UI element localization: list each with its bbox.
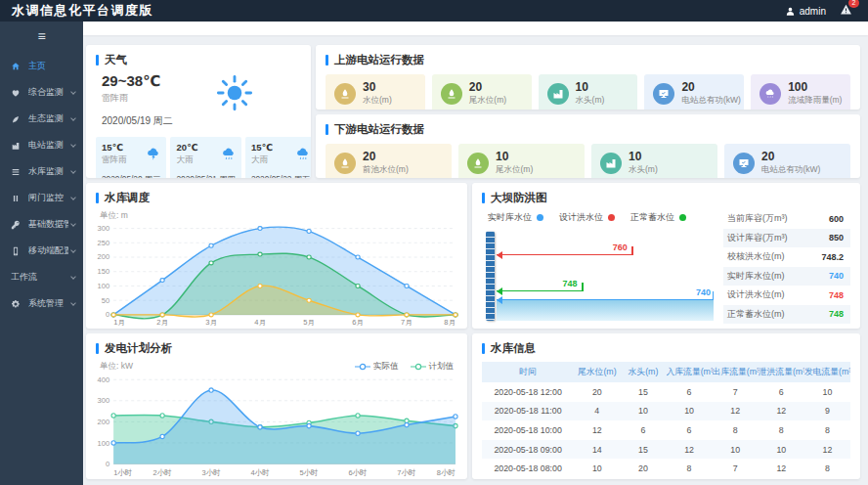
info-label: 校核洪水位(m) [727, 250, 785, 263]
svg-text:1月: 1月 [113, 318, 125, 327]
table-row[interactable]: 2020-05-18 10:001266888 [482, 420, 850, 440]
water-level-icon [334, 83, 356, 105]
temp-range: 29~38℃ [102, 72, 173, 90]
info-value: 748 [829, 309, 844, 319]
factory-icon [547, 83, 569, 105]
user-menu[interactable]: admin [785, 6, 826, 17]
table-row[interactable]: 2020-05-18 08:00102087128 [482, 459, 850, 478]
sidebar-item-label: 移动端配置 [28, 244, 68, 257]
water-level-icon [334, 153, 356, 174]
alarm-badge: 2 [848, 0, 859, 8]
sidebar-item-9[interactable]: 系统管理 [0, 290, 83, 317]
sidebar-item-2[interactable]: 生态监测 [0, 106, 83, 132]
sidebar-item-8[interactable]: 工作流 [0, 264, 83, 290]
table-row[interactable]: 2020-05-18 09:00141512101012 [482, 440, 850, 460]
table-cell: 2020-05-18 10:00 [482, 420, 574, 440]
table-cell: 8 [804, 459, 850, 478]
sidebar-item-1[interactable]: 综合监测 [0, 79, 83, 106]
alarm-button[interactable]: 2 [840, 2, 852, 20]
main-content: 天气 29~38℃ 雷阵雨 2020/05/19 周二 [83, 22, 868, 485]
downstream-cards: 20前池水位(m)10尾水位(m)10水头(m)20电站总有功(kW) [316, 141, 860, 179]
table-cell: 9 [804, 402, 850, 421]
gear-icon [11, 299, 23, 309]
chevron-down-icon [70, 115, 76, 121]
title-bar [482, 343, 485, 354]
stat-card: 10尾水位(m) [458, 144, 585, 179]
weather-title: 天气 [105, 53, 127, 67]
svg-text:1小时: 1小时 [113, 468, 133, 477]
reservoir-chart[interactable]: 0501001502002503001月2月3月4月5月6月7月8月 [86, 222, 467, 329]
forecast-date: 2020/05/20 周三 [102, 174, 160, 178]
stat-label: 电站总有功(kW) [761, 164, 820, 176]
monitor-icon [11, 88, 23, 98]
forecast-list: 15℃雷阵雨2020/05/20 周三20℃大雨2020/05/21 周四15℃… [86, 128, 311, 178]
table-row[interactable]: 2020-05-18 12:00201567610 [482, 382, 850, 402]
sidebar-item-5[interactable]: 闸门监控 [0, 185, 83, 211]
sidebar-item-label: 系统管理 [28, 297, 68, 310]
sidebar: ≡ 主页综合监测生态监测电站监测水库监测闸门监控基础数据管理移动端配置工作流系统… [0, 22, 83, 485]
sidebar-item-4[interactable]: 水库监测 [0, 158, 83, 185]
home-icon [11, 62, 23, 71]
table-cell: 15 [620, 440, 666, 460]
chevron-down-icon [70, 89, 76, 95]
flood-legend-item[interactable]: 正常蓄水位 [630, 211, 686, 224]
reservoir-chart-title: 水库调度 [105, 191, 150, 205]
forecast-card: 20℃大雨2020/05/21 周四 [170, 137, 240, 178]
table-cell: 10 [804, 382, 850, 402]
table-cell: 8 [713, 420, 759, 440]
upstream-title: 上游电站运行数据 [334, 53, 424, 67]
sidebar-item-7[interactable]: 移动端配置 [0, 238, 83, 264]
legend-label: 正常蓄水位 [630, 211, 674, 224]
svg-text:4小时: 4小时 [250, 468, 270, 477]
title-bar [96, 343, 99, 354]
generation-legend-item[interactable]: 计划值 [411, 361, 455, 373]
flood-info-row: 设计库容(万m³)850 [723, 229, 850, 248]
table-cell: 14 [574, 440, 620, 460]
menu-toggle-icon[interactable]: ≡ [0, 22, 83, 53]
table-cell: 6 [667, 420, 713, 440]
generation-legend-item[interactable]: 实际值 [355, 361, 399, 373]
info-value: 600 [829, 214, 844, 224]
stat-card: 20电站总有功(kW) [724, 144, 850, 179]
water-level-icon [441, 83, 462, 105]
title-bar [482, 193, 485, 203]
info-label: 实时库水位(m) [727, 270, 785, 283]
table-title: 水库信息 [491, 341, 536, 356]
realtime-level-line: 740 [497, 299, 714, 300]
sidebar-item-label: 基础数据管理 [28, 218, 68, 231]
chevron-down-icon [70, 274, 76, 280]
table-row[interactable]: 2020-05-18 11:004101012129 [482, 402, 850, 421]
table-cell: 12 [574, 420, 620, 440]
info-value: 740 [829, 271, 844, 281]
info-value: 748.2 [821, 252, 844, 262]
table-cell: 12 [713, 402, 759, 421]
downstream-panel: 下游电站运行数据 20前池水位(m)10尾水位(m)10水头(m)20电站总有功… [316, 114, 860, 179]
info-value: 748 [829, 290, 844, 300]
stat-label: 水头(m) [629, 164, 658, 176]
dam-ruler [486, 231, 495, 321]
table-cell: 6 [620, 420, 666, 440]
table-cell: 2020-05-18 12:00 [482, 382, 574, 402]
sidebar-item-3[interactable]: 电站监测 [0, 132, 83, 158]
stat-card: 10水头(m) [539, 74, 638, 110]
info-value: 850 [829, 233, 844, 242]
generation-unit: 单位: kW [100, 361, 133, 373]
svg-text:200: 200 [98, 253, 110, 262]
app-title: 水调信息化平台调度版 [0, 2, 153, 20]
forecast-card: 15℃雷阵雨2020/05/20 周三 [96, 137, 166, 178]
legend-label: 计划值 [429, 361, 455, 373]
svg-text:7小时: 7小时 [397, 468, 416, 477]
table-cell: 12 [759, 459, 804, 478]
table-cell: 7 [713, 382, 759, 402]
sidebar-item-6[interactable]: 基础数据管理 [0, 211, 83, 238]
table-cell: 12 [804, 440, 850, 460]
flood-legend-item[interactable]: 设计洪水位 [559, 211, 615, 224]
weather-date: 2020/05/19 周二 [102, 114, 173, 128]
svg-text:300: 300 [98, 224, 110, 233]
generation-chart[interactable]: 01002003004001小时2小时3小时4小时5小时6小时7小时8小时 [86, 373, 467, 479]
table-header-cell: 出库流量(m³/s) [713, 362, 759, 382]
sidebar-item-0[interactable]: 主页 [0, 53, 83, 79]
reservoir-icon [11, 167, 23, 177]
stat-value: 10 [629, 151, 658, 163]
flood-legend-item[interactable]: 实时库水位 [488, 211, 543, 224]
